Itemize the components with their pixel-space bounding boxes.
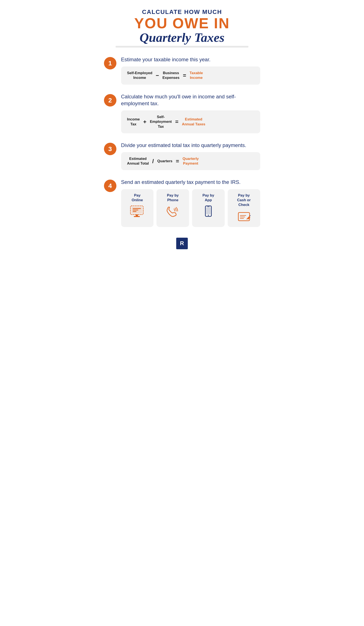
step-3-number: 3 [104, 143, 116, 155]
step-4-content: Send an estimated quarterly tax payment … [121, 179, 260, 227]
payment-options: PayOnline [121, 189, 260, 227]
pay-app-label: Pay byApp [202, 193, 214, 202]
pay-phone-label: Pay byPhone [167, 193, 179, 202]
step-2: 2 Calculate how much you'll owe in incom… [104, 93, 260, 133]
step-2-content: Calculate how much you'll owe in income … [121, 93, 260, 133]
header-line3: Quarterly Taxes [104, 31, 260, 44]
header: CALCULATE HOW MUCH YOU OWE IN Quarterly … [104, 9, 260, 48]
formula-2-eq: = [174, 118, 179, 125]
formula-2-result: EstimatedAnnual Taxes [182, 117, 205, 126]
footer-logo-letter: R [180, 240, 184, 247]
formula-3-result: QuarterlyPayment [182, 156, 199, 166]
step-4: 4 Send an estimated quarterly tax paymen… [104, 179, 260, 227]
svg-line-14 [246, 218, 247, 219]
step-1-content: Estimate your taxable income this year. … [121, 56, 260, 85]
header-underline [116, 46, 248, 48]
pay-app-card: Pay byApp [192, 189, 225, 227]
formula-3-op: / [151, 158, 155, 165]
svg-rect-2 [136, 215, 138, 216]
monitor-icon [130, 205, 145, 219]
formula-2-op: + [142, 118, 147, 125]
footer-logo: R [176, 238, 188, 249]
step-3: 3 Divide your estimated total tax into q… [104, 142, 260, 170]
formula-3-term2: Quarters [157, 159, 172, 163]
pay-online-card: PayOnline [121, 189, 154, 227]
step-1-title: Estimate your taxable income this year. [121, 56, 260, 63]
formula-1-result: TaxableIncome [190, 71, 203, 80]
pay-phone-card: Pay byPhone [157, 189, 189, 227]
step-4-number: 4 [104, 180, 116, 192]
formula-2-term2: Self-EmploymentTax [150, 115, 172, 129]
pay-online-label: PayOnline [132, 193, 143, 202]
page: CALCULATE HOW MUCH YOU OWE IN Quarterly … [91, 0, 273, 262]
step-3-formula: EstimatedAnnual Total / Quarters = Quart… [121, 152, 260, 170]
step-1-number: 1 [104, 57, 116, 70]
svg-rect-10 [207, 206, 210, 207]
svg-rect-6 [133, 211, 137, 212]
svg-rect-3 [134, 216, 140, 217]
svg-rect-4 [133, 208, 141, 209]
pay-cash-label: Pay byCash orCheck [237, 193, 251, 207]
step-2-formula: IncomeTax + Self-EmploymentTax = Estimat… [121, 110, 260, 133]
formula-2-term1: IncomeTax [127, 117, 140, 126]
header-line2: YOU OWE IN [104, 16, 260, 31]
formula-3-term1: EstimatedAnnual Total [127, 156, 149, 166]
step-3-title: Divide your estimated total tax into qua… [121, 142, 260, 149]
step-2-number: 2 [104, 94, 116, 107]
svg-rect-8 [206, 207, 210, 214]
step-4-title: Send an estimated quarterly tax payment … [121, 179, 260, 186]
phone-icon [165, 205, 180, 219]
formula-1-op: − [155, 72, 160, 79]
check-icon [237, 210, 251, 224]
formula-1-eq: = [182, 72, 187, 79]
step-2-title: Calculate how much you'll owe in income … [121, 93, 260, 107]
pay-cash-card: Pay byCash orCheck [228, 189, 260, 227]
formula-1-term2: BusinessExpenses [162, 71, 179, 80]
step-3-content: Divide your estimated total tax into qua… [121, 142, 260, 170]
app-icon [201, 205, 216, 219]
footer: R [104, 238, 260, 249]
svg-point-9 [208, 215, 209, 216]
header-line1: CALCULATE HOW MUCH [104, 9, 260, 15]
step-1-formula: Self-EmployedIncome − BusinessExpenses =… [121, 66, 260, 84]
formula-1-term1: Self-EmployedIncome [127, 71, 152, 80]
svg-rect-5 [133, 210, 138, 210]
step-1: 1 Estimate your taxable income this year… [104, 56, 260, 85]
formula-3-eq: = [175, 158, 180, 165]
